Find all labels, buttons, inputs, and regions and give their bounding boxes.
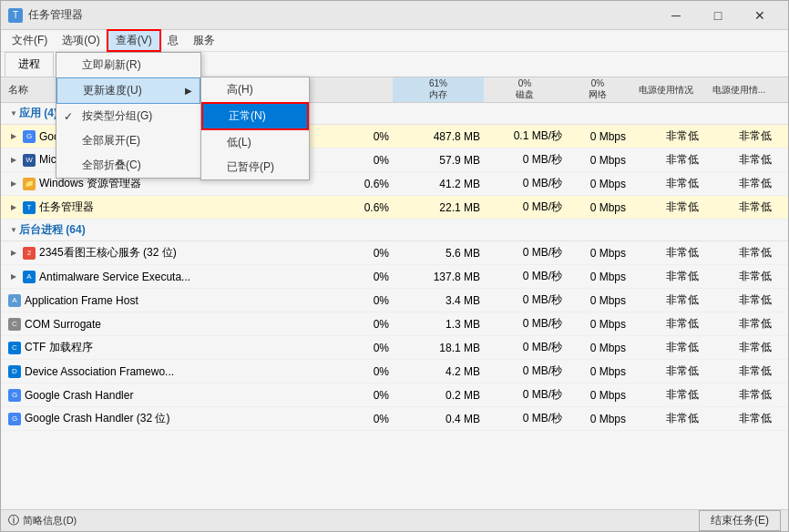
status-text: 简略信息(D) — [23, 514, 77, 527]
section-background: ▼ 后台进程 (64) — [1, 220, 788, 241]
expand-word-arrow[interactable]: ▶ — [8, 155, 19, 166]
update-speed-button[interactable]: 更新速度(U) ▶ — [56, 77, 200, 104]
check-icon: ✓ — [64, 110, 73, 123]
speed-normal[interactable]: 正常(N) — [201, 102, 309, 130]
explorer-icon: 📁 — [23, 178, 36, 190]
col-cpu[interactable] — [338, 77, 393, 102]
appframe-icon: A — [8, 294, 21, 307]
menu-collapse-all[interactable]: 全部折叠(C) — [56, 153, 200, 178]
end-task-button[interactable]: 结束任务(E) — [699, 510, 781, 531]
main-window: T 任务管理器 ─ □ ✕ 文件(F) 选项(O) 查看(V) 息 服务 立即刷… — [0, 0, 789, 532]
maximize-button[interactable]: □ — [697, 1, 739, 30]
expand-bg-arrow[interactable]: ▼ — [8, 225, 19, 236]
menu-group-by-type[interactable]: ✓ 按类型分组(G) — [56, 104, 200, 128]
status-bar: ⓘ 简略信息(D) 结束任务(E) — [1, 509, 788, 531]
expand-taskmgr-arrow[interactable]: ▶ — [8, 202, 19, 213]
device-icon: D — [8, 365, 21, 378]
table-row[interactable]: ▶ A Antimalware Service Executa... 0% 13… — [1, 265, 788, 289]
table-row[interactable]: G Google Crash Handler 0% 0.2 MB 0 MB/秒 … — [1, 384, 788, 407]
table-row[interactable]: A Application Frame Host 0% 3.4 MB 0 MB/… — [1, 289, 788, 312]
col-power[interactable]: 电源使用情况 — [630, 77, 702, 102]
close-button[interactable]: ✕ — [739, 1, 781, 30]
google-crash-icon: G — [8, 389, 21, 402]
menu-expand-all[interactable]: 全部展开(E) — [56, 128, 200, 153]
title-bar-buttons: ─ □ ✕ — [655, 1, 781, 30]
col-power-trend[interactable]: 电源使用情... — [702, 77, 775, 102]
ctf-icon: C — [8, 342, 21, 354]
tab-processes[interactable]: 进程 — [5, 52, 54, 77]
col-memory[interactable]: 61%内存 — [393, 77, 484, 102]
col-network[interactable]: 0%网络 — [566, 77, 630, 102]
table-row[interactable]: G Google Crash Handler (32 位) 0% 0.4 MB … — [1, 407, 788, 431]
expand-chrome-arrow[interactable]: ▶ — [8, 131, 19, 142]
menu-refresh[interactable]: 立即刷新(R) — [56, 53, 200, 77]
window-title: 任务管理器 — [28, 7, 83, 23]
table-row[interactable]: C CTF 加载程序 0% 18.1 MB 0 MB/秒 0 Mbps 非常低 … — [1, 336, 788, 360]
view-dropdown: 立即刷新(R) 更新速度(U) ▶ 高(H) 正常(N) 低(L) — [56, 52, 201, 179]
taskmgr-icon: T — [23, 201, 36, 214]
submenu-arrow: ▶ — [185, 86, 192, 96]
word-icon: W — [23, 154, 36, 167]
chrome-icon: G — [23, 130, 36, 143]
speed-high[interactable]: 高(H) — [201, 77, 309, 102]
table-row[interactable]: D Device Association Framewo... 0% 4.2 M… — [1, 360, 788, 384]
table-row[interactable]: ▶ T 任务管理器 0.6% 22.1 MB 0 MB/秒 0 Mbps 非常低… — [1, 196, 788, 220]
table-row[interactable]: C COM Surrogate 0% 1.3 MB 0 MB/秒 0 Mbps … — [1, 312, 788, 336]
menu-info[interactable]: 息 — [160, 30, 186, 51]
menu-service[interactable]: 服务 — [186, 30, 222, 51]
table-row[interactable]: ▶ 2 2345看图王核心服务 (32 位) 0% 5.6 MB 0 MB/秒 … — [1, 241, 788, 265]
expand-explorer-arrow[interactable]: ▶ — [8, 179, 19, 189]
speed-paused[interactable]: 已暂停(P) — [201, 155, 309, 179]
speed-submenu: 高(H) 正常(N) 低(L) 已暂停(P) — [200, 77, 310, 180]
google-crash32-icon: G — [8, 413, 21, 425]
expand-antimalware-arrow[interactable]: ▶ — [8, 271, 19, 282]
minimize-button[interactable]: ─ — [655, 1, 697, 30]
antimalware-icon: A — [23, 271, 36, 283]
expand-apps-arrow[interactable]: ▼ — [8, 108, 19, 119]
comsurrogate-icon: C — [8, 318, 21, 331]
expand-2345-arrow[interactable]: ▶ — [8, 248, 19, 259]
menu-file[interactable]: 文件(F) — [5, 30, 55, 51]
status-left: ⓘ 简略信息(D) — [8, 513, 77, 528]
title-bar: T 任务管理器 ─ □ ✕ — [1, 1, 788, 30]
menu-options[interactable]: 选项(O) — [55, 30, 107, 51]
update-speed-item[interactable]: 更新速度(U) ▶ 高(H) 正常(N) 低(L) 已暂停(P) — [56, 77, 200, 104]
menu-view[interactable]: 查看(V) — [108, 30, 160, 51]
col-disk[interactable]: 0%磁盘 — [484, 77, 566, 102]
speed-low[interactable]: 低(L) — [201, 130, 309, 155]
menu-bar: 文件(F) 选项(O) 查看(V) 息 服务 立即刷新(R) 更新速度(U) ▶… — [1, 30, 788, 52]
title-bar-left: T 任务管理器 — [8, 7, 83, 23]
2345-icon: 2 — [23, 247, 36, 260]
info-icon: ⓘ — [8, 513, 19, 528]
window-icon: T — [8, 8, 23, 23]
